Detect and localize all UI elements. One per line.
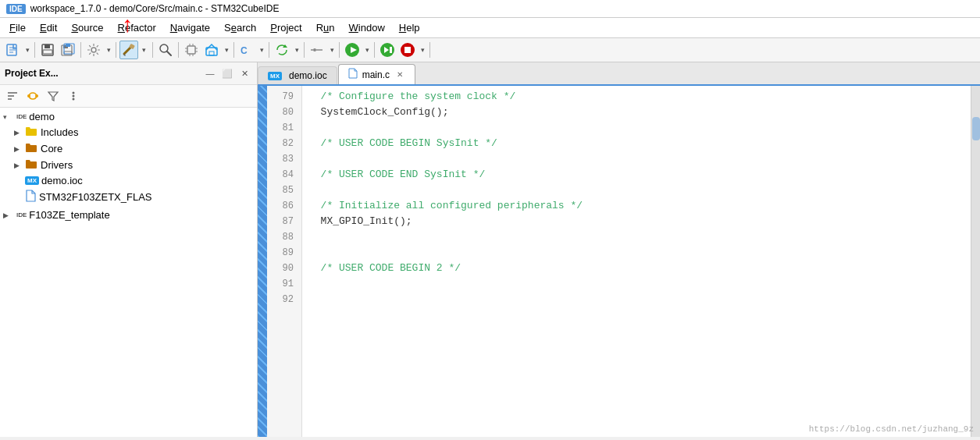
editor-area: MX demo.ioc main.c ✕ 79 80 81 82 83 xyxy=(258,62,980,437)
new-dropdown-arrow[interactable]: ▾ xyxy=(23,41,31,59)
tab-label-demo-ioc: demo.ioc xyxy=(289,70,327,81)
line-numbers: 79 80 81 82 83 84 85 86 87 88 89 90 91 9… xyxy=(267,86,302,437)
debug-config-button[interactable] xyxy=(308,41,326,59)
debug-dropdown[interactable]: ▾ xyxy=(328,41,336,59)
code-line-81 xyxy=(308,120,964,136)
refresh-button[interactable] xyxy=(273,41,291,59)
new-button[interactable] xyxy=(3,41,22,59)
compile-dropdown[interactable]: ▾ xyxy=(258,41,265,59)
tab-demo-ioc[interactable]: MX demo.ioc xyxy=(258,66,337,84)
folder-icon-core xyxy=(25,142,37,155)
svg-point-26 xyxy=(313,48,316,51)
tree-item-demo-ioc[interactable]: ▶ MX demo.ioc xyxy=(0,173,257,188)
link-editor-button[interactable] xyxy=(23,87,42,105)
svg-rect-2 xyxy=(45,44,50,48)
tree-label-flash: STM32F103ZETX_FLAS xyxy=(39,191,254,203)
build-button[interactable] xyxy=(119,41,138,59)
svg-point-37 xyxy=(73,95,75,98)
toolbar-sep-9 xyxy=(339,42,340,58)
stop-dropdown[interactable]: ▾ xyxy=(419,41,426,59)
tree-item-includes[interactable]: ▶ Includes xyxy=(0,124,257,140)
refresh-dropdown[interactable]: ▾ xyxy=(293,41,301,59)
tree-arrow-f103ze[interactable]: ▶ xyxy=(3,211,14,219)
tree-label-f103ze: F103ZE_template xyxy=(29,209,254,221)
menu-navigate[interactable]: Navigate xyxy=(164,20,216,36)
svg-point-38 xyxy=(73,98,75,101)
menu-edit[interactable]: Edit xyxy=(34,20,63,36)
stop-button[interactable] xyxy=(398,41,417,59)
sidebar-header: Project Ex... — ⬜ ✕ xyxy=(0,62,257,85)
compile-button[interactable]: C xyxy=(237,41,256,59)
code-line-88 xyxy=(308,229,964,245)
sidebar-maximize-button[interactable]: ⬜ xyxy=(219,66,235,81)
menu-project[interactable]: Project xyxy=(264,20,308,36)
tab-label-main-c: main.c xyxy=(362,69,390,80)
code-line-86: /* Initialize all configured peripherals… xyxy=(308,198,964,214)
menu-search[interactable]: Search xyxy=(218,20,262,36)
search-button[interactable] xyxy=(156,41,175,59)
sidebar-controls: — ⬜ ✕ xyxy=(202,66,252,81)
run-dropdown[interactable]: ▾ xyxy=(363,41,371,59)
filter-button[interactable] xyxy=(44,87,62,105)
tree-label-core: Core xyxy=(41,143,254,154)
tree-item-core[interactable]: ▶ Core xyxy=(0,140,257,157)
settings-button[interactable] xyxy=(84,41,103,59)
tree-label-demo-ioc: demo.ioc xyxy=(41,175,254,186)
ide-badge-demo: IDE xyxy=(14,112,29,121)
title-bar: IDE workspace_1.7.0 - demo/Core/Src/main… xyxy=(0,0,980,18)
vertical-scrollbar[interactable] xyxy=(971,86,980,437)
watermark: https://blog.csdn.net/juzhang_9z xyxy=(809,424,974,434)
cube-button[interactable] xyxy=(202,41,221,59)
tree-arrow-demo[interactable]: ▾ xyxy=(3,113,14,121)
tree-arrow-includes[interactable]: ▶ xyxy=(14,129,25,137)
tree-arrow-drivers[interactable]: ▶ xyxy=(14,161,25,169)
toolbar: ▾ ▾ ▾ ↓ ▾ C ▾ ▾ ▾ xyxy=(0,38,980,62)
toolbar-sep-3 xyxy=(116,42,116,58)
build-dropdown[interactable]: ▾ xyxy=(140,41,148,59)
menu-source[interactable]: Source xyxy=(65,20,109,36)
toolbar-sep-5 xyxy=(178,42,179,58)
run-button[interactable] xyxy=(343,41,362,59)
tree-item-flash[interactable]: ▶ STM32F103ZETX_FLAS xyxy=(0,188,257,206)
resume-button[interactable] xyxy=(378,41,397,59)
menu-refactor[interactable]: Refactor xyxy=(112,20,162,36)
tree-arrow-core[interactable]: ▶ xyxy=(14,145,25,153)
toolbar-sep-8 xyxy=(304,42,305,58)
cube-dropdown[interactable]: ▾ xyxy=(223,41,230,59)
svg-rect-3 xyxy=(43,50,52,54)
menu-file[interactable]: File xyxy=(3,20,32,36)
tree-item-f103ze[interactable]: ▶ IDE F103ZE_template xyxy=(0,208,257,222)
tree-item-drivers[interactable]: ▶ Drivers xyxy=(0,157,257,173)
svg-rect-31 xyxy=(390,47,392,53)
sidebar-minimize-button[interactable]: — xyxy=(202,66,218,81)
tree-label-includes: Includes xyxy=(41,126,254,138)
menu-run[interactable]: Run xyxy=(310,20,341,36)
scrollbar-thumb[interactable] xyxy=(972,117,980,140)
svg-text:C: C xyxy=(241,45,248,56)
menu-bar: File Edit Source Refactor Navigate Searc… xyxy=(0,18,980,38)
settings-dropdown[interactable]: ▾ xyxy=(105,41,112,59)
save-all-button[interactable] xyxy=(59,41,77,59)
sidebar-close-button[interactable]: ✕ xyxy=(237,66,252,81)
code-content[interactable]: /* Configure the system clock */ SystemC… xyxy=(302,86,971,437)
more-actions-button[interactable] xyxy=(64,87,83,105)
toolbar-sep-11 xyxy=(429,42,430,58)
toolbar-sep-4 xyxy=(152,42,153,58)
mx-badge-demo-ioc: MX xyxy=(25,176,39,185)
code-editor[interactable]: 79 80 81 82 83 84 85 86 87 88 89 90 91 9… xyxy=(258,86,980,437)
menu-help[interactable]: Help xyxy=(393,20,426,36)
chip-button[interactable] xyxy=(182,41,201,59)
collapse-all-button[interactable] xyxy=(3,87,22,105)
tab-close-main-c[interactable]: ✕ xyxy=(394,69,405,80)
tab-main-c[interactable]: main.c ✕ xyxy=(338,64,415,84)
menu-window[interactable]: Window xyxy=(343,20,391,36)
code-line-87: MX_GPIO_Init(); xyxy=(308,214,964,229)
folder-icon-drivers xyxy=(25,158,37,172)
code-line-90: /* USER CODE BEGIN 2 */ xyxy=(308,261,964,276)
tree-item-demo[interactable]: ▾ IDE demo xyxy=(0,109,257,124)
toolbar-sep-10 xyxy=(374,42,375,58)
code-line-91 xyxy=(308,276,964,292)
save-button[interactable] xyxy=(38,41,57,59)
code-line-92 xyxy=(308,292,964,307)
sidebar-title: Project Ex... xyxy=(5,68,59,79)
